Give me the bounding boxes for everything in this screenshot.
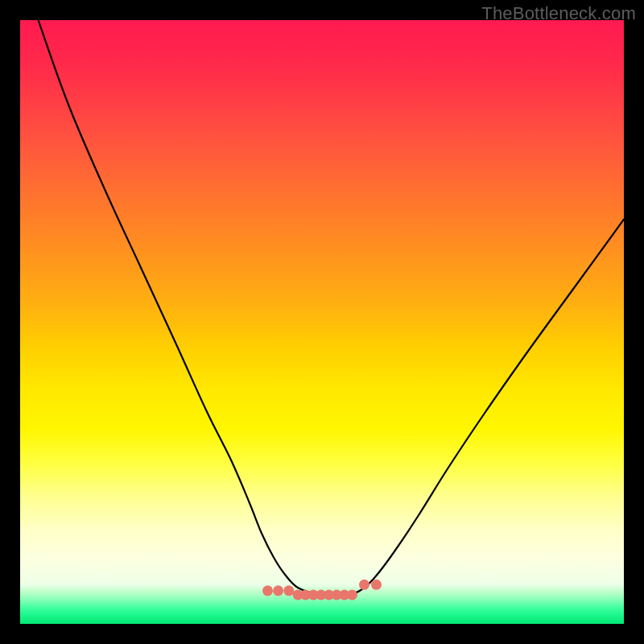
marker-dot bbox=[262, 585, 273, 596]
marker-dot bbox=[359, 580, 369, 590]
bottleneck-curve bbox=[39, 20, 625, 594]
bottom-markers bbox=[262, 580, 382, 601]
marker-dot bbox=[273, 585, 283, 596]
plot-area bbox=[20, 20, 624, 624]
marker-dot bbox=[283, 585, 294, 596]
marker-dot bbox=[347, 590, 357, 601]
curve-layer bbox=[20, 20, 624, 624]
marker-dot bbox=[371, 580, 382, 590]
chart-frame: TheBottleneck.com bbox=[0, 0, 644, 644]
